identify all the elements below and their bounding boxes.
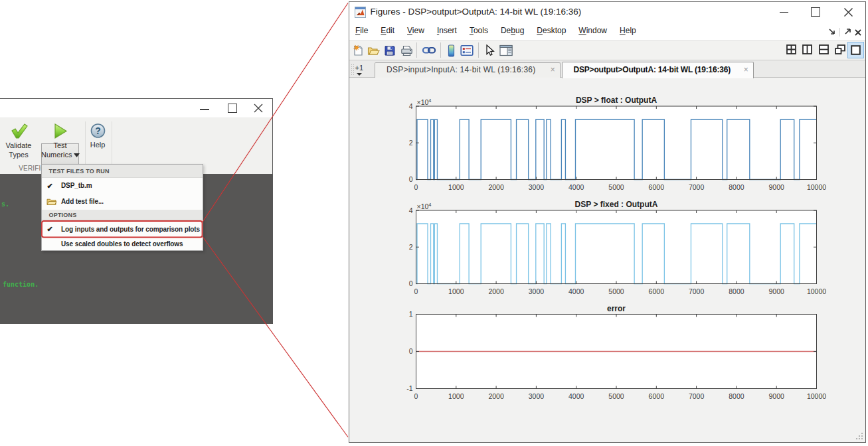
- y-tick-label: 1: [408, 310, 412, 318]
- x-tick-label: 8000: [729, 392, 744, 400]
- validate-types-icon: [10, 123, 28, 139]
- menu-label-part: W: [578, 26, 586, 35]
- insert-legend-icon[interactable]: [460, 44, 474, 56]
- dropdown-item[interactable]: ✔DSP_tb.m: [42, 178, 203, 194]
- y-tick-label: 0: [408, 279, 412, 287]
- x-tick-label: 7000: [688, 392, 704, 400]
- test-numerics-dropdown: TEST FILES TO RUN✔DSP_tb.mAdd test file.…: [41, 164, 203, 251]
- x-tick-label: 10000: [806, 287, 825, 295]
- menu-file[interactable]: File: [349, 23, 375, 38]
- dropdown-item[interactable]: Add test file...: [42, 194, 203, 210]
- split-horizontal-icon[interactable]: [819, 44, 829, 54]
- validate-types-button[interactable]: Validate Types: [2, 120, 35, 159]
- x-tick-label: 5000: [608, 183, 624, 190]
- dock-figure-icon[interactable]: [829, 29, 836, 36]
- menu-label-part: indow: [586, 26, 607, 35]
- menu-label-part: ools: [474, 26, 488, 35]
- minimize-icon[interactable]: [200, 109, 209, 110]
- help-button[interactable]: ? Help: [82, 120, 113, 150]
- split-vertical-icon[interactable]: [802, 44, 812, 54]
- menu-view[interactable]: View: [401, 23, 431, 38]
- edit-plot-icon[interactable]: [484, 44, 495, 57]
- plot-background: [416, 106, 816, 180]
- menu-label-part: esktop: [543, 26, 566, 35]
- menu-tools[interactable]: Tools: [463, 23, 494, 38]
- menu-edit[interactable]: Edit: [375, 23, 401, 38]
- test-numerics-button[interactable]: Test Numerics: [41, 120, 79, 159]
- dropdown-item[interactable]: ✔Log inputs and outputs for comparison p…: [42, 221, 203, 238]
- tab-overflow-arrow-icon[interactable]: [357, 73, 362, 76]
- x-tick-label: 9000: [768, 287, 784, 295]
- single-window-icon[interactable]: [851, 45, 861, 55]
- tab-close-icon[interactable]: ×: [551, 63, 555, 78]
- figures-window-title: Figures - DSP>output>OutputA: 14-bit WL …: [371, 7, 582, 17]
- y-axis-exponent: ×104: [416, 98, 431, 106]
- maximize-icon[interactable]: [228, 104, 237, 113]
- menu-label-part: b: [511, 26, 515, 35]
- menu-window[interactable]: Window: [572, 23, 614, 38]
- tab-close-icon[interactable]: ×: [744, 62, 748, 78]
- x-tick-label: 1000: [448, 392, 464, 400]
- x-tick-label: 4000: [568, 287, 584, 295]
- converter-toolbar: Validate Types Test Numerics: [0, 119, 272, 165]
- help-icon: ?: [90, 123, 106, 139]
- x-tick-label: 6000: [648, 287, 664, 295]
- menu-label-part: iew: [412, 26, 424, 35]
- close-icon[interactable]: [254, 104, 263, 113]
- figure-tab-1[interactable]: DSP>input>InputA: 14-bit WL (19:16:36)×: [375, 62, 561, 78]
- dropdown-item[interactable]: Use scaled doubles to detect overflows: [42, 237, 203, 251]
- undock-figure-icon[interactable]: [843, 29, 851, 36]
- check-icon: ✔: [47, 221, 53, 238]
- plot-title: error: [606, 303, 625, 313]
- screenshot-stage: Validate Types Test Numerics: [0, 0, 868, 446]
- matlab-icon: [355, 7, 366, 18]
- dropdown-item-label: Use scaled doubles to detect overflows: [61, 237, 183, 251]
- figure-tab-label: DSP>output>OutputA: 14-bit WL (19:16:36): [563, 65, 731, 74]
- plot-title: DSP > float : OutputA: [575, 96, 656, 105]
- figure-tab-2[interactable]: DSP>output>OutputA: 14-bit WL (19:16:36)…: [562, 62, 754, 78]
- axes-3: 0100020003000400050006000700080009000100…: [406, 303, 826, 400]
- plot-title: DSP > fixed : OutputA: [574, 200, 657, 209]
- grid-layout-icon[interactable]: [786, 44, 796, 54]
- resize-grip[interactable]: [855, 432, 863, 440]
- new-figure-icon[interactable]: [352, 44, 364, 56]
- x-tick-label: 10000: [806, 183, 825, 190]
- figures-window: Figures - DSP>output>OutputA: 14-bit WL …: [349, 1, 866, 443]
- menu-desktop[interactable]: Desktop: [531, 23, 572, 38]
- dropdown-arrow-icon: [74, 153, 80, 157]
- toolbar-separator: [440, 42, 441, 58]
- menu-insert[interactable]: Insert: [430, 23, 463, 38]
- y-tick-label: 0: [408, 175, 412, 183]
- menu-debug[interactable]: Debug: [494, 23, 530, 38]
- menu-help[interactable]: Help: [614, 23, 643, 38]
- test-numerics-label-2: Numerics: [41, 151, 72, 159]
- figure-tab-label: DSP>input>InputA: 14-bit WL (19:16:36): [375, 65, 536, 74]
- maximize-icon[interactable]: [811, 7, 820, 17]
- close-icon[interactable]: [843, 7, 853, 17]
- save-figure-icon[interactable]: [384, 44, 396, 56]
- x-tick-label: 3000: [528, 287, 544, 295]
- code-fragment: s.: [1, 200, 9, 208]
- x-tick-label: 5000: [608, 287, 624, 295]
- open-file-icon[interactable]: [367, 44, 380, 56]
- validate-types-label-1: Validate: [6, 141, 32, 149]
- minimize-icon[interactable]: [780, 12, 788, 13]
- link-plot-icon[interactable]: [422, 44, 436, 56]
- y-tick-label: 2: [408, 242, 412, 250]
- menu-label-part: elp: [626, 26, 636, 35]
- insert-colorbar-icon[interactable]: [447, 44, 456, 57]
- hidden-figures-count[interactable]: +1: [355, 64, 364, 72]
- menu-label-part: dit: [386, 26, 394, 35]
- figures-titlebar[interactable]: Figures - DSP>output>OutputA: 14-bit WL …: [349, 2, 865, 22]
- menu-label-part: V: [407, 26, 412, 35]
- x-tick-label: 0: [414, 287, 418, 295]
- plot-tools-icon[interactable]: [499, 44, 513, 56]
- print-icon[interactable]: [400, 44, 413, 56]
- cascade-windows-icon[interactable]: [835, 44, 845, 54]
- tabstrip-grip[interactable]: [351, 64, 354, 75]
- x-tick-label: 3000: [528, 183, 544, 190]
- figure-canvas: 0100020003000400050006000700080009000100…: [349, 78, 865, 442]
- x-tick-label: 6000: [648, 392, 664, 400]
- close-figure-group-icon[interactable]: [855, 29, 861, 36]
- converter-titlebar[interactable]: [0, 99, 272, 118]
